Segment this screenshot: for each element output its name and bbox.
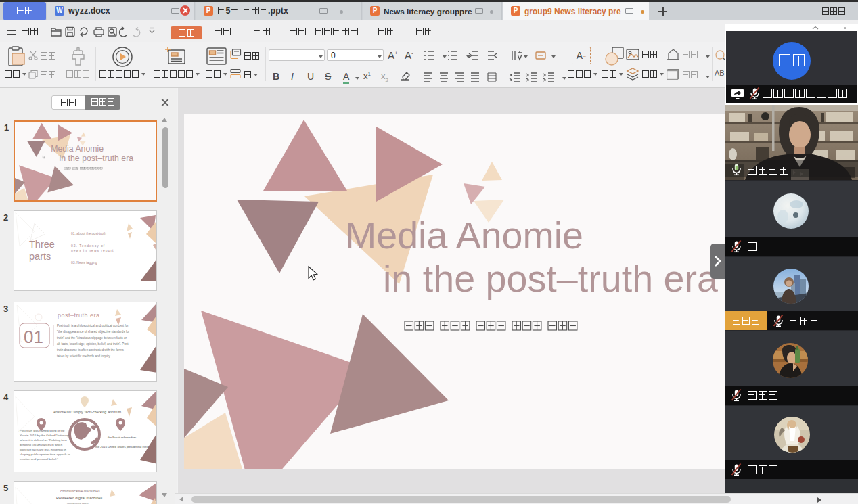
svg-text:01. about the post-truth: 01. about the post-truth: [71, 231, 106, 235]
svg-text:shaping public opinion than ap: shaping public opinion than appeals to: [20, 453, 70, 456]
svg-text:the Brexit referendum.: the Brexit referendum.: [108, 436, 137, 439]
svg-text:Post-truth was named Word of t: Post-truth was named Word of the: [20, 429, 65, 432]
svg-text:Retweeted digital machines: Retweeted digital machines: [56, 496, 103, 500]
svg-text:taken by scientific methods an: taken by scientific methods and inquiry.: [57, 354, 111, 358]
svg-text:news in news report: news in news report: [71, 248, 114, 252]
svg-text:01: 01: [24, 327, 43, 347]
svg-text:02. Tendency of: 02. Tendency of: [71, 244, 105, 248]
svg-text:03. News tagging: 03. News tagging: [71, 260, 97, 265]
svg-text:truth discourse is often contr: truth discourse is often contrasted with…: [57, 348, 125, 352]
svg-text:objective facts are less influ: objective facts are less influential in: [20, 448, 66, 451]
svg-text:Three: Three: [29, 239, 55, 250]
svg-text:post–truth era: post–truth era: [58, 312, 100, 319]
svg-text:where it is defined as "Relati: where it is defined as "Relating to or: [20, 438, 68, 442]
svg-text:Year in 2016 by the Oxford Dic: Year in 2016 by the Oxford Dictionary: [20, 434, 70, 437]
svg-text:Post-truth is a philosophical: Post-truth is a philosophical and politi…: [57, 324, 129, 327]
svg-text:truth" and the "circuitous sli: truth" and the "circuitous slippage betw…: [57, 336, 127, 340]
svg-text:denoting circumstances in whic: denoting circumstances in which: [20, 443, 63, 446]
svg-text:emotion and personal belief.": emotion and personal belief.": [20, 457, 58, 461]
svg-text:alt-facts, knowledge, opinion,: alt-facts, knowledge, opinion, belief, a…: [57, 342, 130, 346]
svg-text:Aristotle isn't simply 'facts-: Aristotle isn't simply 'facts-checking' …: [53, 410, 122, 414]
svg-text:the 2016 United States preside: the 2016 United States presidential elec…: [95, 445, 153, 449]
svg-text:communicative discourses: communicative discourses: [60, 489, 100, 493]
svg-text:parts: parts: [29, 251, 51, 262]
svg-text:"the disappearance of shared o: "the disappearance of shared objective s…: [57, 330, 130, 334]
